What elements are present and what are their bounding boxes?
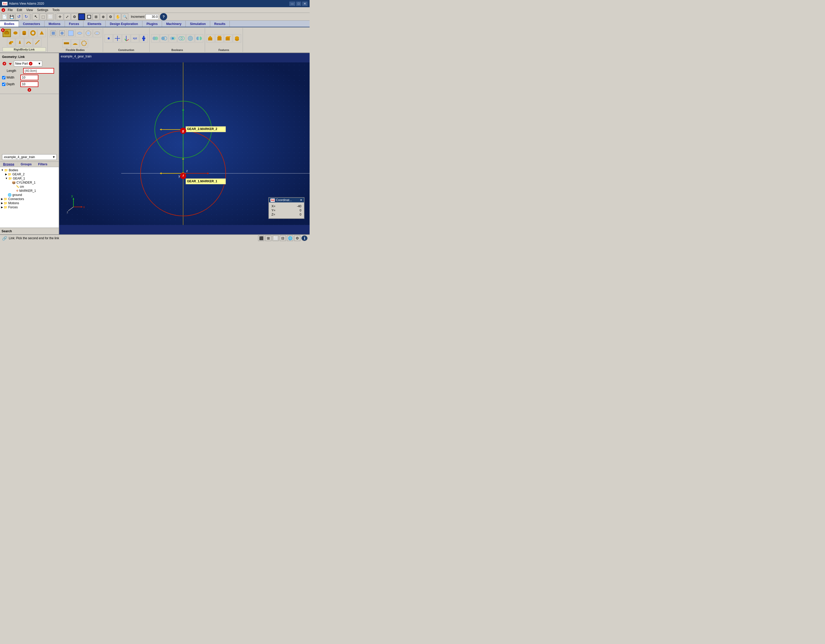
ribbon-icon-flex5[interactable] <box>84 29 93 37</box>
tree-toggle-gear1[interactable]: ▼ <box>5 177 8 180</box>
toolbar-new[interactable]: 📄 <box>1 13 8 20</box>
tree-item-ground[interactable]: 🌐 ground <box>1 193 58 197</box>
toolbar-parts[interactable]: ⚙ <box>71 13 78 20</box>
tree-item-motions[interactable]: ▶ 📁 Motions <box>1 201 58 205</box>
ribbon-icon-frames[interactable] <box>122 34 130 42</box>
menu-file[interactable]: File <box>6 8 15 12</box>
tab-elements[interactable]: Elements <box>83 21 106 27</box>
ribbon-icon-flex1[interactable] <box>49 29 57 37</box>
browse-tab-groups[interactable]: Groups <box>17 162 35 167</box>
toolbar-connect[interactable]: ⚙ <box>107 13 114 20</box>
tab-results[interactable]: Results <box>210 21 230 27</box>
tree-toggle-motions[interactable]: ▶ <box>1 202 3 204</box>
ribbon-icon-bool5[interactable] <box>186 34 195 42</box>
ribbon-icon-marker[interactable] <box>113 34 122 42</box>
toolbar-move[interactable]: ✛ <box>57 13 63 20</box>
tree-toggle-connectors[interactable]: ▶ <box>1 198 3 200</box>
toolbar-select[interactable]: ↖ <box>32 13 39 20</box>
ribbon-icon-line[interactable] <box>33 38 42 46</box>
width-checkbox[interactable] <box>2 76 5 79</box>
close-button[interactable]: ✕ <box>302 2 307 6</box>
ribbon-icon-torus[interactable] <box>29 29 37 37</box>
tab-connectors[interactable]: Connectors <box>19 21 45 27</box>
status-btn-2[interactable]: ⊞ <box>265 235 272 241</box>
tab-design-exploration[interactable]: Design Exploration <box>106 21 142 27</box>
ribbon-icon-flex8[interactable] <box>71 39 79 47</box>
depth-input[interactable] <box>20 81 39 87</box>
ribbon-icon-cylinder[interactable] <box>20 29 28 37</box>
ribbon-icon-bool3[interactable] <box>169 34 177 42</box>
status-btn-4[interactable]: ⊟ <box>280 235 286 241</box>
status-btn-1[interactable]: ⬛ <box>258 235 264 241</box>
toolbar-view2[interactable]: ⊞ <box>93 13 99 20</box>
maximize-button[interactable]: □ <box>296 2 301 6</box>
ribbon-icon-flex6[interactable] <box>93 29 101 37</box>
tree-item-forces[interactable]: ▶ 📁 Forces <box>1 205 58 209</box>
status-btn-3[interactable]: ⬜ <box>272 235 279 241</box>
tree-toggle-gear2[interactable]: ▶ <box>5 173 7 176</box>
toolbar-rotate[interactable]: ⤢ <box>64 13 71 20</box>
ribbon-icon-bool4[interactable] <box>178 34 186 42</box>
title-bar-controls[interactable]: — □ ✕ <box>289 2 307 6</box>
ribbon-icon-flex2[interactable] <box>58 29 66 37</box>
tree-item-cylinder1[interactable]: 📦 CYLINDER_1 <box>1 181 58 185</box>
toolbar-wire[interactable]: ⬜ <box>47 13 54 20</box>
ribbon-icon-plate[interactable] <box>38 29 46 37</box>
ribbon-icon-feat2[interactable] <box>215 34 224 42</box>
ribbon-icon-feat3[interactable] <box>224 34 232 42</box>
ribbon-icon-flex3[interactable] <box>67 29 75 37</box>
width-input[interactable] <box>20 75 39 80</box>
toolbar-zoom[interactable]: 🔍 <box>122 13 128 20</box>
tree-item-connectors[interactable]: ▶ 📁 Connectors <box>1 197 58 201</box>
toolbar-redo[interactable]: ↻ <box>23 13 29 20</box>
tree-item-bodies[interactable]: ▼ 📁 Bodies <box>1 168 58 172</box>
ribbon-icon-flex4[interactable] <box>76 29 84 37</box>
tab-motions[interactable]: Motions <box>45 21 65 27</box>
coord-close[interactable]: ✕ <box>300 198 303 202</box>
ribbon-icon-feat4[interactable] <box>233 34 241 42</box>
ribbon-icon-feat1[interactable] <box>207 34 215 42</box>
toolbar-transform[interactable]: ⬚ <box>40 13 46 20</box>
minimize-button[interactable]: — <box>289 2 295 6</box>
ribbon-icon-curve[interactable] <box>25 38 33 46</box>
browse-tab-filters[interactable]: Filters <box>35 162 51 167</box>
toolbar-hand[interactable]: ✋ <box>114 13 121 20</box>
menu-view[interactable]: View <box>24 8 35 12</box>
toolbar-save[interactable]: 💾 <box>8 13 15 20</box>
ribbon-icon-bool1[interactable] <box>151 34 159 42</box>
tab-machinery[interactable]: Machinery <box>162 21 186 27</box>
tree-item-marker1[interactable]: ✛ MARKER_1 <box>1 189 58 193</box>
ribbon-icon-sphere[interactable] <box>11 29 20 37</box>
model-dropdown[interactable]: .example_4_gear_train ▼ <box>2 154 57 160</box>
toolbar-blue[interactable] <box>78 13 85 20</box>
help-button[interactable]: ? <box>160 13 167 20</box>
tree-toggle-bodies[interactable]: ▼ <box>1 169 4 171</box>
ribbon-icon-mannequin[interactable] <box>140 34 148 42</box>
toolbar-view1[interactable]: 🔲 <box>85 13 92 20</box>
toolbar-undo[interactable]: ↺ <box>15 13 22 20</box>
ribbon-icon-frustum[interactable] <box>16 38 24 46</box>
length-input[interactable] <box>23 68 54 74</box>
menu-tools[interactable]: Tools <box>50 8 62 12</box>
status-btn-5[interactable]: 🌐 <box>287 235 293 241</box>
new-part-dropdown[interactable]: New Part c ▼ <box>14 61 42 66</box>
toolbar-target[interactable]: ⊕ <box>100 13 107 20</box>
tree-item-cm[interactable]: 📏 cm <box>1 185 58 189</box>
tab-simulation[interactable]: Simulation <box>186 21 210 27</box>
depth-checkbox[interactable] <box>2 83 5 86</box>
increment-input[interactable] <box>145 14 158 19</box>
ribbon-icon-flex9[interactable] <box>80 39 88 47</box>
tree-item-gear1[interactable]: ▼ 📁 GEAR_1 <box>1 176 58 181</box>
browse-tab-browse[interactable]: Browse <box>0 162 17 167</box>
ribbon-icon-bool6[interactable] <box>195 34 203 42</box>
tree-item-gear2[interactable]: ▶ 📁 GEAR_2 <box>1 172 58 176</box>
ribbon-icon-xyz[interactable]: xyz <box>131 34 139 42</box>
ribbon-icon-point[interactable] <box>105 34 113 42</box>
status-btn-info[interactable]: ℹ <box>301 235 307 241</box>
ribbon-icon-flex7[interactable] <box>62 39 71 47</box>
tab-bodies[interactable]: Bodies <box>0 21 19 27</box>
status-btn-6[interactable]: ⚙ <box>294 235 300 241</box>
menu-settings[interactable]: Settings <box>35 8 50 12</box>
tree-toggle-forces[interactable]: ▶ <box>1 206 3 208</box>
menu-edit[interactable]: Edit <box>15 8 24 12</box>
